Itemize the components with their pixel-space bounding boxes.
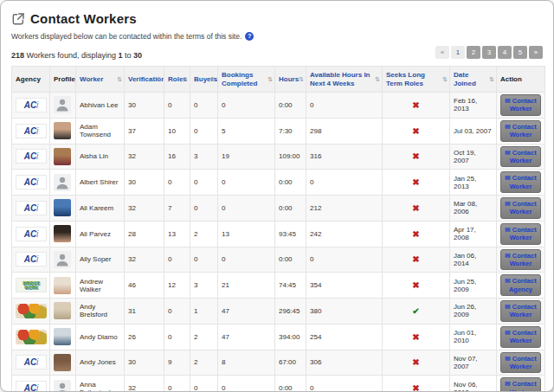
available-hours-value: 0 (306, 247, 383, 273)
agency-logo: ACi (16, 381, 47, 392)
pagination-page-1[interactable]: 1 (451, 46, 465, 59)
profile-cell (50, 247, 76, 273)
results-summary: 218 Workers found, displaying 1 to 30 (11, 51, 142, 61)
help-icon[interactable]: ? (245, 32, 254, 41)
pagination-next-button[interactable]: » (529, 46, 543, 59)
contact-button[interactable]: ✉ Contact Worker (500, 326, 541, 348)
cross-icon: ✖ (386, 177, 446, 187)
available-hours-value: 306 (306, 350, 383, 376)
contact-button[interactable]: ✉ Contact Worker (500, 171, 541, 193)
hours-value: 93:45 (275, 221, 306, 247)
agency-cell: ACi (12, 170, 50, 196)
available-hours-value: 242 (306, 221, 383, 247)
buyers-value: 0 (190, 376, 218, 392)
bookings-completed-value: 0 (218, 376, 275, 392)
agency-logo: ACi (16, 355, 47, 370)
profile-cell (50, 350, 76, 376)
date-joined-value: Apr 17, 2008 (450, 221, 497, 247)
worker-name: Adam Townsend (76, 118, 125, 144)
profile-placeholder-icon (54, 174, 71, 191)
contact-button[interactable]: ✉ Contact Worker (500, 300, 541, 322)
envelope-icon: ✉ (505, 123, 510, 131)
cross-icon: ✖ (386, 332, 446, 342)
bookings-completed-value: 0 (218, 93, 275, 119)
column-header-hours[interactable]: Hours⇅ (275, 67, 306, 93)
contact-button[interactable]: ✉ Contact Worker (500, 120, 541, 142)
agency-logo: ACi (16, 149, 47, 164)
date-joined-value: Nov 06, 2012 (450, 376, 497, 392)
worker-name: Ali Parvez (76, 221, 125, 247)
bookings-completed-value: 0 (218, 196, 275, 222)
contact-button[interactable]: ✉ Contact Agency (500, 274, 541, 296)
column-header-seeks-long-term-roles[interactable]: Seeks Long Term Roles⇅ (383, 67, 450, 93)
verifications-value: 31 (125, 299, 164, 325)
action-cell: ✉ Contact Worker (497, 170, 545, 196)
roles-value: 9 (164, 350, 190, 376)
agency-cell: ACi (12, 196, 50, 222)
page-header: Contact Workers (11, 11, 543, 26)
profile-photo (54, 225, 71, 242)
contact-button[interactable]: ✉ Contact Worker (500, 249, 541, 271)
roles-value: 16 (164, 144, 190, 170)
contact-button[interactable]: ✉ Contact Worker (500, 94, 541, 116)
profile-cell (50, 93, 76, 119)
pagination-prev-button[interactable]: « (435, 46, 449, 59)
column-header-roles[interactable]: Roles⇅ (164, 67, 190, 93)
contact-button[interactable]: ✉ Contact Worker (500, 197, 541, 219)
column-header-label: Bookings Completed (222, 71, 271, 88)
pagination-page-3[interactable]: 3 (482, 46, 496, 59)
agency-logo (16, 330, 47, 344)
cross-icon: ✖ (386, 100, 446, 110)
results-to: 30 (133, 51, 142, 60)
column-header-label: Worker (80, 75, 108, 84)
action-cell: ✉ Contact Worker (497, 144, 545, 170)
profile-cell (50, 144, 76, 170)
available-hours-value: 316 (306, 144, 383, 170)
worker-name: Albert Shirer (76, 170, 125, 196)
table-row: ACiAli Kareem327000:00212✖Mar 08, 2006✉ … (12, 196, 545, 222)
buyers-value: 0 (190, 196, 218, 222)
pagination-page-2[interactable]: 2 (467, 46, 480, 59)
profile-placeholder-icon (54, 96, 71, 113)
action-cell: ✉ Contact Worker (497, 247, 545, 273)
available-hours-value: 212 (306, 196, 383, 222)
hours-value: 394:00 (275, 324, 306, 350)
pagination-page-4[interactable]: 4 (498, 46, 512, 59)
available-hours-value: 354 (306, 273, 383, 299)
contact-button[interactable]: ✉ Contact Worker (500, 146, 541, 168)
seeks-long-term-cell: ✖ (383, 221, 450, 247)
contact-workers-page: Contact Workers Workers displayed below … (0, 0, 554, 392)
worker-name: Andy Brelsford (76, 299, 125, 325)
table-row: ACiAdam Townsend3710057:30298✖Jul 03, 20… (12, 118, 545, 144)
column-header-buyers[interactable]: Buyers⇅ (190, 67, 218, 93)
column-header-verifications[interactable]: Verifications⇅ (125, 67, 164, 93)
summary-text: Workers found, displaying (24, 51, 118, 60)
column-header-label: Available Hours In Next 4 Weeks (310, 71, 378, 88)
column-header-bookings-completed[interactable]: Bookings Completed⇅ (218, 67, 275, 93)
agency-logo: BRIDGE WORK (16, 278, 47, 292)
contact-button[interactable]: ✉ Contact Worker (500, 352, 541, 374)
column-header-available-hours-in-next-4-weeks[interactable]: Available Hours In Next 4 Weeks⇅ (306, 67, 383, 93)
column-header-worker[interactable]: Worker⇅ (76, 67, 125, 93)
action-cell: ✉ Contact Worker (497, 93, 545, 119)
agency-logo: ACi (16, 175, 47, 190)
action-cell: ✉ Contact Worker (497, 299, 545, 325)
profile-cell (50, 273, 76, 299)
agency-logo: ACi (16, 98, 47, 112)
buyers-value: 3 (190, 273, 218, 299)
contact-button[interactable]: ✉ Contact Worker (500, 377, 541, 392)
profile-photo (54, 199, 71, 216)
profile-cell (50, 299, 76, 325)
table-row: ACiAbhivan Lee300000:000✖Feb 16, 2013✉ C… (12, 93, 545, 119)
profile-cell (50, 376, 76, 392)
date-joined-value: Jun 01, 2010 (450, 324, 497, 350)
agency-cell (12, 299, 50, 325)
contact-button[interactable]: ✉ Contact Worker (500, 223, 541, 245)
hours-value: 109:00 (275, 144, 306, 170)
verifications-value: 28 (125, 221, 164, 247)
column-header-date-joined[interactable]: Date Joined⇅ (450, 67, 497, 93)
date-joined-value: Jan 25, 2013 (450, 170, 497, 196)
seeks-long-term-cell: ✖ (383, 324, 450, 350)
table-row: ACiAli Parvez281321393:45242✖Apr 17, 200… (12, 221, 545, 247)
pagination-page-5[interactable]: 5 (513, 46, 527, 59)
